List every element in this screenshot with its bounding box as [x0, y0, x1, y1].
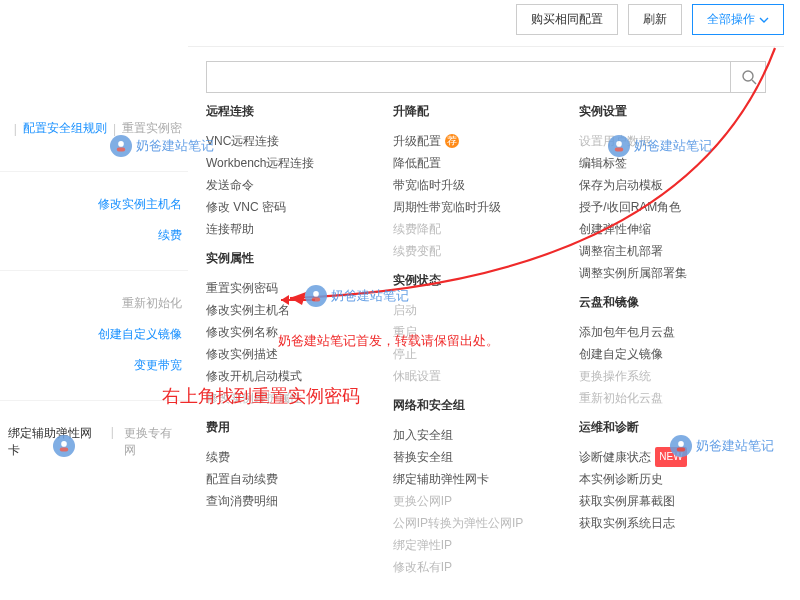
- panel-columns: 远程连接 VNC远程连接 Workbench远程连接 发送命令 修改 VNC 密…: [206, 103, 766, 600]
- item-edit-tags[interactable]: 编辑标签: [579, 152, 748, 174]
- item-send-command[interactable]: 发送命令: [206, 174, 375, 196]
- item-change-privip: 修改私有IP: [393, 556, 562, 578]
- left-create-image-link[interactable]: 创建自定义镜像: [98, 326, 182, 343]
- group-disk-image-title: 云盘和镜像: [579, 294, 748, 311]
- buy-same-config-button[interactable]: 购买相同配置: [516, 4, 618, 35]
- item-workbench-remote[interactable]: Workbench远程连接: [206, 152, 375, 174]
- item-diagnose-history[interactable]: 本实例诊断历史: [579, 468, 748, 490]
- refresh-button[interactable]: 刷新: [628, 4, 682, 35]
- svg-line-1: [752, 80, 756, 84]
- item-syslog[interactable]: 获取实例系统日志: [579, 512, 748, 534]
- item-save-template[interactable]: 保存为启动模板: [579, 174, 748, 196]
- group-remote: 远程连接 VNC远程连接 Workbench远程连接 发送命令 修改 VNC 密…: [206, 103, 381, 240]
- item-pubip-to-eip: 公网IP转换为弹性公网IP: [393, 512, 562, 534]
- item-hibernate: 休眠设置: [393, 365, 562, 387]
- item-bind-eni[interactable]: 绑定辅助弹性网卡: [393, 468, 562, 490]
- item-bind-eip: 绑定弹性IP: [393, 534, 562, 556]
- group-fee-title: 费用: [206, 419, 375, 436]
- item-user-data: 设置用户数据: [579, 130, 748, 152]
- group-disk-image: 云盘和镜像 添加包年包月云盘 创建自定义镜像 更换操作系统 重新初始化云盘: [579, 294, 754, 409]
- item-bw-temp-up[interactable]: 带宽临时升级: [393, 174, 562, 196]
- left-row-1: | 配置安全组规则 | 重置实例密: [0, 120, 190, 172]
- item-screenshot[interactable]: 获取实例屏幕截图: [579, 490, 748, 512]
- panel-search-input[interactable]: [206, 61, 766, 93]
- group-instance-settings-title: 实例设置: [579, 103, 748, 120]
- svg-point-0: [743, 71, 753, 81]
- divider: |: [113, 122, 116, 136]
- item-billing-detail[interactable]: 查询消费明细: [206, 490, 375, 512]
- search-icon[interactable]: [730, 61, 766, 93]
- item-join-sg[interactable]: 加入安全组: [393, 424, 562, 446]
- divider: |: [14, 122, 17, 136]
- item-connect-help[interactable]: 连接帮助: [206, 218, 375, 240]
- group-instance-attr: 实例属性 重置实例密码 修改实例主机名 修改实例名称 修改实例描述 修改开机启动…: [206, 250, 381, 409]
- all-actions-dropdown-button[interactable]: 全部操作: [692, 4, 784, 35]
- item-vnc-remote[interactable]: VNC远程连接: [206, 130, 375, 152]
- item-rename-instance[interactable]: 修改实例名称: [206, 321, 375, 343]
- item-bw-periodic-up[interactable]: 周期性带宽临时升级: [393, 196, 562, 218]
- item-renew[interactable]: 续费: [206, 446, 375, 468]
- item-create-image[interactable]: 创建自定义镜像: [579, 343, 748, 365]
- item-change-pubip: 更换公网IP: [393, 490, 562, 512]
- group-ops: 运维和诊断 诊断健康状态 NEW 本实例诊断历史 获取实例屏幕截图 获取实例系统…: [579, 419, 754, 534]
- left-rename-link[interactable]: 修改实例主机名: [98, 196, 182, 213]
- group-ops-title: 运维和诊断: [579, 419, 748, 436]
- item-edit-desc[interactable]: 修改实例描述: [206, 343, 375, 365]
- left-bind-eni-link[interactable]: 绑定辅助弹性网卡: [8, 425, 101, 459]
- group-net-sec: 网络和安全组 加入安全组 替换安全组 绑定辅助弹性网卡 更换公网IP 公网IP转…: [393, 397, 568, 578]
- item-add-disk[interactable]: 添加包年包月云盘: [579, 321, 748, 343]
- item-replace-sg[interactable]: 替换安全组: [393, 446, 562, 468]
- background-left-column: | 配置安全组规则 | 重置实例密 修改实例主机名 续费 重新初始化 创建自定义…: [0, 120, 190, 473]
- group-instance-attr-title: 实例属性: [206, 250, 375, 267]
- group-updown: 升降配 升级配置 荐 降低配置 带宽临时升级 周期性带宽临时升级 续费降配 续费…: [393, 103, 568, 262]
- item-ram-role[interactable]: 授予/收回RAM角色: [579, 196, 748, 218]
- item-auto-renew[interactable]: 配置自动续费: [206, 468, 375, 490]
- item-renew-downgrade: 续费降配: [393, 218, 562, 240]
- group-updown-title: 升降配: [393, 103, 562, 120]
- item-upgrade-config[interactable]: 升级配置 荐: [393, 130, 562, 152]
- panel-search: [206, 61, 766, 93]
- item-stop: 停止: [393, 343, 562, 365]
- recommend-badge: 荐: [445, 134, 459, 148]
- item-downgrade-config[interactable]: 降低配置: [393, 152, 562, 174]
- chevron-down-icon: [759, 15, 769, 25]
- item-start: 启动: [393, 299, 562, 321]
- group-fee: 费用 续费 配置自动续费 查询消费明细: [206, 419, 381, 512]
- item-change-os: 更换操作系统: [579, 365, 748, 387]
- item-diagnose-health[interactable]: 诊断健康状态 NEW: [579, 446, 748, 468]
- group-net-sec-title: 网络和安全组: [393, 397, 562, 414]
- item-change-vnc-pwd[interactable]: 修改 VNC 密码: [206, 196, 375, 218]
- left-change-vpc-link[interactable]: 更换专有网: [124, 425, 182, 459]
- group-instance-settings: 实例设置 设置用户数据 编辑标签 保存为启动模板 授予/收回RAM角色 创建弹性…: [579, 103, 754, 284]
- item-renew-change: 续费变配: [393, 240, 562, 262]
- item-elastic-scale[interactable]: 创建弹性伸缩: [579, 218, 748, 240]
- item-rename-hostname[interactable]: 修改实例主机名: [206, 299, 375, 321]
- left-change-bw-link[interactable]: 变更带宽: [134, 357, 182, 374]
- left-renew-link[interactable]: 续费: [158, 227, 182, 244]
- left-sec-group-link[interactable]: 配置安全组规则: [23, 120, 107, 137]
- item-maint-attr: 修改实例维护属性: [206, 387, 375, 409]
- item-host-deploy[interactable]: 调整宿主机部署: [579, 240, 748, 262]
- item-reinit-disk: 重新初始化云盘: [579, 387, 748, 409]
- all-actions-panel: 远程连接 VNC远程连接 Workbench远程连接 发送命令 修改 VNC 密…: [188, 46, 784, 600]
- new-badge: NEW: [655, 447, 686, 467]
- top-action-bar: 购买相同配置 刷新 全部操作: [516, 4, 784, 35]
- item-boot-mode[interactable]: 修改开机启动模式: [206, 365, 375, 387]
- group-instance-state-title: 实例状态: [393, 272, 562, 289]
- item-reset-instance-pwd[interactable]: 重置实例密码: [206, 277, 375, 299]
- item-deploy-set[interactable]: 调整实例所属部署集: [579, 262, 748, 284]
- group-remote-title: 远程连接: [206, 103, 375, 120]
- group-instance-state: 实例状态 启动 重启 停止 休眠设置: [393, 272, 568, 387]
- left-reinit-link[interactable]: 重新初始化: [122, 295, 182, 312]
- item-restart: 重启: [393, 321, 562, 343]
- left-reset-pwd-link[interactable]: 重置实例密: [122, 120, 182, 137]
- all-actions-label: 全部操作: [707, 11, 755, 28]
